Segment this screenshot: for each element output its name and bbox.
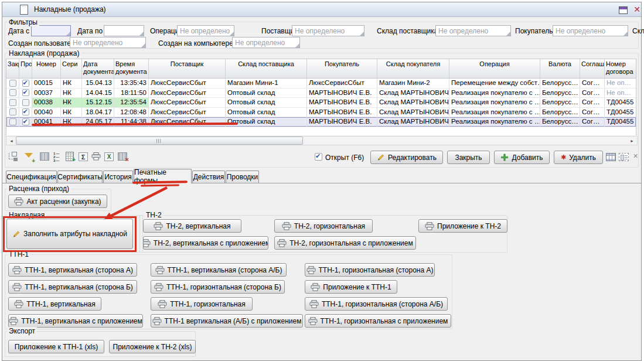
open-checkbox[interactable]: [315, 153, 322, 161]
posted-checkbox-cell[interactable]: [19, 88, 32, 98]
cell-series[interactable]: НК: [61, 98, 82, 107]
closed-checkbox-cell[interactable]: [6, 79, 19, 88]
closed-checkbox-cell[interactable]: [6, 88, 19, 98]
created-by-filter-select[interactable]: Не определено: [70, 37, 146, 48]
cell-buyer-store[interactable]: Склад МАРТЫНОВИЧ …: [377, 108, 449, 117]
tab-specification[interactable]: Спецификация: [6, 171, 57, 183]
sum-icon[interactable]: Σ: [79, 152, 88, 161]
cell-date[interactable]: 15.04.13: [82, 79, 114, 88]
filter-add-icon[interactable]: [23, 151, 35, 163]
cell-supplier[interactable]: ЛюксСервисСбыт: [149, 88, 226, 98]
cell-currency[interactable]: Белорусс…: [540, 108, 580, 117]
date-to-input[interactable]: [104, 25, 144, 36]
print-ttn1-horizontal-b-button[interactable]: ТТН-1, горизонтальная (сторона Б): [151, 280, 285, 294]
print-ttn1-vertical-button[interactable]: ТТН-1, вертикальная: [8, 297, 101, 311]
cell-date[interactable]: 15.12.15: [82, 98, 114, 107]
cell-buyer-store[interactable]: Склад МАРТЫНОВИЧ …: [377, 98, 449, 107]
print-ttn1-vertical-b-button[interactable]: ТТН-1, вертикальная (сторона Б): [8, 280, 137, 294]
column-header-contract-number[interactable]: Номер договора: [605, 59, 636, 78]
table-row[interactable]: 00037 НК 14.04.15 18:11:50 ЛюксСервисСбы…: [6, 88, 636, 98]
cell-number[interactable]: 00040: [32, 108, 61, 117]
posted-checkbox-cell[interactable]: [19, 79, 32, 88]
posted-checkbox-cell[interactable]: [19, 108, 32, 117]
export-tn2-xls-button[interactable]: Приложение к ТН-2 (xls): [109, 340, 196, 353]
title-bar[interactable]: Накладные (продажа) ✕: [2, 2, 641, 17]
cell-currency[interactable]: Белорусс…: [540, 79, 580, 88]
cell-date[interactable]: 14.04.15: [82, 88, 114, 98]
cell-contract[interactable]: Не оп…: [605, 79, 636, 88]
cell-agreement[interactable]: Сог…: [580, 88, 605, 98]
posted-checkbox[interactable]: [22, 108, 29, 115]
cell-contract[interactable]: Не оп…: [605, 88, 636, 98]
table-row-highlighted[interactable]: 00038 НК 15.12.15 12:35:54 ЛюксСервисСбы…: [6, 98, 636, 108]
column-header-posted[interactable]: Про: [19, 59, 32, 78]
closed-checkbox[interactable]: [9, 108, 16, 115]
cell-supplier-store[interactable]: Оптовый склад: [226, 98, 307, 107]
column-header-currency[interactable]: Валюта: [540, 59, 580, 78]
cell-buyer[interactable]: МАРТЫНОВИЧ Е.В.: [307, 98, 377, 107]
export-ttn1-xls-button[interactable]: Приложение к ТТН-1 (xls): [8, 340, 104, 353]
column-header-operation[interactable]: Операция: [449, 59, 540, 78]
cell-agreement[interactable]: Сог…: [580, 79, 605, 88]
remove-column-icon[interactable]: [118, 152, 127, 161]
cell-buyer[interactable]: МАРТЫНОВИЧ Е.В.: [307, 117, 377, 127]
close-panel-icon[interactable]: ✕: [633, 152, 638, 160]
posted-checkbox[interactable]: [22, 89, 29, 96]
cell-operation[interactable]: Реализация покупателю с …: [449, 98, 540, 107]
posted-checkbox-cell[interactable]: [19, 117, 32, 127]
closed-checkbox-cell[interactable]: [6, 98, 19, 107]
cell-supplier-store[interactable]: Оптовый склад: [226, 88, 307, 98]
print-ttn1-appendix-button[interactable]: Приложение к ТТН-1: [305, 280, 397, 294]
cell-number[interactable]: 00037: [32, 88, 61, 98]
cell-series[interactable]: НК: [61, 79, 82, 88]
scroll-right-icon[interactable]: ►: [628, 137, 636, 144]
close-window-icon[interactable]: ✕: [632, 5, 642, 15]
cell-supplier-store[interactable]: Оптовый склад: [226, 108, 307, 117]
print-tn2-vertical-appendix-button[interactable]: ТН-2, вертикальная с приложением: [143, 236, 268, 250]
cell-contract[interactable]: ТД00455: [605, 98, 636, 107]
print-ttn1-vertical-a-button[interactable]: ТТН-1, вертикальная (сторона А): [8, 263, 137, 277]
cell-supplier[interactable]: ЛюксСервисСбыт: [149, 79, 226, 88]
print-ttn1-vertical-ab-appendix-button[interactable]: ТТН-1 вертикальная (А/Б) с приложением: [151, 314, 303, 328]
cell-agreement[interactable]: Сог…: [580, 117, 605, 127]
cell-currency[interactable]: Белорусс…: [540, 88, 580, 98]
cell-time[interactable]: 12:08:48: [114, 108, 149, 117]
buyer-filter-select[interactable]: Не определено: [553, 25, 628, 36]
numbered-list-icon[interactable]: 1— 2— 3—: [53, 152, 65, 164]
posted-checkbox-cell[interactable]: [19, 98, 32, 107]
print-ttn1-vertical-ab-button[interactable]: ТТН-1, вертикальная (сторона А/Б): [151, 263, 287, 277]
cell-series[interactable]: НК: [61, 88, 82, 98]
operation-filter-select[interactable]: Не определено: [177, 25, 234, 36]
close-record-button[interactable]: Закрыть: [447, 151, 490, 164]
cell-series[interactable]: НК: [61, 108, 82, 117]
scroll-left-icon[interactable]: ◄: [7, 137, 16, 144]
cell-buyer-store[interactable]: Магазин Мини-2: [377, 79, 449, 88]
columns-icon[interactable]: [40, 152, 49, 161]
table-header-row[interactable]: Закр Про Номер Сери Дата документа Время…: [6, 59, 636, 79]
cell-currency[interactable]: Белорусс…: [540, 117, 580, 127]
cell-supplier[interactable]: ЛюксСервисСбыт: [149, 108, 226, 117]
cell-buyer[interactable]: МАРТЫНОВИЧ Е.В.: [307, 88, 377, 98]
tab-certificates[interactable]: Сертификаты: [57, 171, 103, 183]
edit-button[interactable]: Редактировать: [370, 151, 443, 164]
cell-number[interactable]: 00038: [32, 98, 61, 107]
print-ttn1-horizontal-a-button[interactable]: ТТН-1, горизонтальная (сторона А): [305, 263, 435, 277]
cell-buyer[interactable]: ЛюксСервисСбыт: [307, 79, 377, 88]
delete-button[interactable]: ✱ Удалить: [554, 151, 603, 164]
cell-operation[interactable]: Реализация покупателю с …: [449, 108, 540, 117]
cell-time[interactable]: 18:11:50: [114, 88, 149, 98]
cell-time[interactable]: 12:35:54: [114, 98, 149, 107]
closed-checkbox[interactable]: [9, 89, 16, 96]
date-from-input[interactable]: [31, 25, 71, 36]
calculator-icon[interactable]: [66, 152, 74, 161]
grid-view-icon[interactable]: [606, 153, 616, 161]
cell-supplier-store[interactable]: Оптовый склад: [226, 117, 307, 127]
column-header-buyer-store[interactable]: Склад покупателя: [377, 59, 449, 78]
cell-agreement[interactable]: Сог…: [580, 98, 605, 107]
supplier-filter-select[interactable]: Не определено: [292, 25, 364, 36]
excel-export-icon[interactable]: X: [104, 152, 114, 161]
cell-operation[interactable]: Реализация покупателю с …: [449, 117, 540, 127]
restore-window-icon[interactable]: [619, 6, 628, 14]
expand-tree-icon[interactable]: [7, 151, 19, 163]
cell-buyer-store[interactable]: Склад МАРТЫНОВИЧ …: [377, 117, 449, 127]
